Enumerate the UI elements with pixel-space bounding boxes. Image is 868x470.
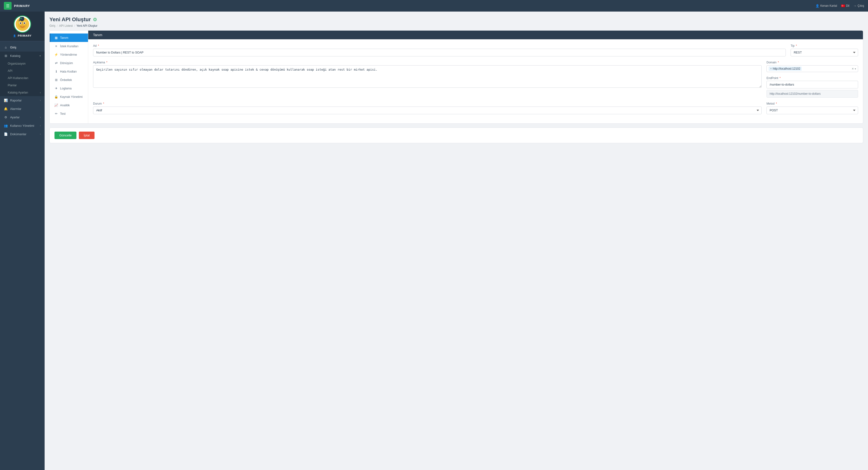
form-group-durum: Durum * Aktif Pasif — [93, 102, 762, 114]
tab-kaynak-yonetimi[interactable]: 🔒 Kaynak Yönetimi — [50, 93, 88, 101]
update-button[interactable]: Güncelle — [55, 132, 76, 139]
tab-label: İstek Kuralları — [60, 44, 79, 48]
sidebar-logo: 👤 PRIMARY — [0, 11, 44, 41]
tab-analitik[interactable]: 📈 Analitik — [50, 101, 88, 109]
required-mark: * — [105, 61, 107, 64]
sidebar-logo-text: PRIMARY — [18, 34, 32, 37]
exit-button[interactable]: Çıkış — [853, 4, 864, 8]
metod-select[interactable]: GET POST PUT DELETE PATCH — [767, 106, 858, 114]
tab-istek-kurallari[interactable]: ≡ İstek Kuralları — [50, 42, 88, 51]
lightning-icon: ⚡ — [54, 53, 58, 56]
form-group-tip: Tip * REST SOAP GraphQL — [790, 44, 858, 56]
side-tabs: ▦ Tanım ≡ İstek Kuralları ⚡ Yönlendirme … — [50, 31, 88, 123]
section-title: Tanım — [93, 33, 102, 37]
form-group-metod: Metod * GET POST PUT DELETE PATCH — [767, 102, 858, 114]
transform-icon: ⇄ — [54, 61, 58, 65]
sidebar-item-dokumanlar[interactable]: 📄 Dokümanlar › — [0, 130, 44, 138]
lock-icon: 🔒 — [54, 95, 58, 99]
sidebar-item-katalog-ayarlari[interactable]: Katalog Ayarları › — [0, 89, 44, 96]
form-group-domain: Domain * × http://localhost:12102 × — [767, 61, 858, 98]
tip-select[interactable]: REST SOAP GraphQL — [790, 49, 858, 56]
tab-label: Hata Kodları — [60, 70, 77, 73]
sidebar-item-label: Ayarlar — [10, 116, 38, 119]
sidebar-item-kullanici-yonetimi[interactable]: 👥 Kullanıcı Yönetimi › — [0, 122, 44, 130]
tab-label: Analitik — [60, 104, 70, 107]
sidebar-item-label: Giriş — [10, 46, 41, 49]
user-info[interactable]: Kenan Kartal — [815, 4, 837, 8]
aciklama-label: Açıklama * — [93, 61, 762, 64]
required-mark: * — [779, 76, 781, 80]
tab-yonlendirme[interactable]: ⚡ Yönlendirme — [50, 51, 88, 59]
main-content: Yeni API Oluştur ⚙ Giriş / API Listesi /… — [44, 11, 868, 470]
breadcrumb-giris[interactable]: Giriş — [50, 24, 56, 28]
page-title-row: Yeni API Oluştur ⚙ — [50, 17, 863, 23]
form-row-2: Açıklama * Geçirilen sayının sıfır olmay… — [93, 61, 858, 98]
chevron-down-icon[interactable]: ▾ — [855, 67, 856, 70]
chart-icon: 📊 — [4, 99, 8, 102]
tab-tanim[interactable]: ▦ Tanım — [50, 33, 88, 42]
list-icon: ≡ — [54, 44, 58, 48]
main-card: ▦ Tanım ≡ İstek Kuralları ⚡ Yönlendirme … — [50, 30, 863, 124]
breadcrumb-api-listesi[interactable]: API Listesi — [59, 24, 73, 28]
test-icon: ✏ — [54, 112, 58, 116]
grid-icon: ⊞ — [4, 54, 8, 58]
hamburger-button[interactable]: ☰ — [4, 2, 11, 10]
domain-tag-input[interactable]: × http://localhost:12102 × ▾ — [767, 65, 858, 72]
sidebar-item-planlar[interactable]: Planlar — [0, 82, 44, 89]
sidebar-item-label: Katalog Ayarları — [8, 91, 28, 94]
users-icon: 👥 — [4, 124, 8, 127]
logo-image — [15, 17, 30, 31]
sidebar-item-api-kullanicilari[interactable]: API Kullanıcıları — [0, 74, 44, 82]
sidebar-item-label: API Kullanıcıları — [8, 76, 28, 80]
tab-label: Test — [60, 112, 66, 116]
language-selector[interactable]: 🇹🇷 Dil — [841, 4, 849, 8]
durum-select[interactable]: Aktif Pasif — [93, 106, 762, 114]
tab-hata-kodlari[interactable]: ℹ Hata Kodları — [50, 67, 88, 76]
sidebar-item-raporlar[interactable]: 📊 Raporlar › — [0, 96, 44, 104]
domain-label: Domain * — [767, 61, 858, 64]
chevron-right-icon: › — [40, 99, 41, 102]
sidebar-item-ayarlar[interactable]: ⚙ Ayarlar › — [0, 113, 44, 122]
tab-onbellek[interactable]: ⊞ Önbellek — [50, 76, 88, 84]
form-section-header: Tanım — [88, 31, 863, 39]
topbar-right: Kenan Kartal 🇹🇷 Dil Çıkış — [815, 4, 864, 8]
tab-label: Kaynak Yönetimi — [60, 95, 83, 99]
form-row-3: Durum * Aktif Pasif Metod * — [93, 102, 858, 114]
tag-input-clear: × ▾ — [852, 67, 856, 71]
log-icon: ✈ — [54, 87, 58, 90]
sidebar-logo-icon: 👤 — [13, 34, 16, 37]
sidebar-item-label: API — [8, 69, 12, 72]
bottom-bar: Güncelle İptal — [50, 127, 863, 143]
tab-loglama[interactable]: ✈ Loglama — [50, 84, 88, 93]
sidebar-item-organizasyon[interactable]: Organizasyon — [0, 60, 44, 67]
clear-button[interactable]: × — [852, 67, 854, 71]
sidebar-item-alarmlar[interactable]: 🔔 Alarmlar — [0, 104, 44, 113]
endpoint-input[interactable] — [767, 81, 858, 89]
chevron-right-icon: › — [40, 116, 41, 119]
sidebar-item-api[interactable]: API — [0, 67, 44, 74]
ad-label: Ad * — [93, 44, 786, 48]
sidebar-item-katalog[interactable]: ⊞ Katalog ▾ — [0, 52, 44, 60]
metod-label: Metod * — [767, 102, 858, 105]
required-mark: * — [775, 102, 777, 105]
chevron-right-icon: › — [40, 124, 41, 127]
user-icon — [815, 4, 819, 8]
cancel-button[interactable]: İptal — [79, 132, 94, 139]
required-mark: * — [102, 102, 104, 105]
required-mark: * — [777, 61, 779, 64]
chevron-down-icon: ▾ — [39, 55, 41, 57]
tag-remove-button[interactable]: × — [770, 67, 772, 70]
tab-test[interactable]: ✏ Test — [50, 109, 88, 118]
sidebar-item-label: Kullanıcı Yönetimi — [10, 124, 38, 127]
tab-label: Önbellek — [60, 78, 72, 82]
bell-icon: 🔔 — [4, 107, 8, 111]
sidebar-item-label: Planlar — [8, 84, 17, 87]
analytics-icon: 📈 — [54, 103, 58, 107]
ad-input[interactable] — [93, 49, 786, 56]
domain-tag-value: http://localhost:12102 — [773, 67, 800, 70]
topbar-left: ☰ PRIMARY — [4, 2, 30, 10]
tab-donusum[interactable]: ⇄ Dönüşüm — [50, 59, 88, 67]
aciklama-textarea[interactable]: Geçirilen sayının sıfır olmayan dolar tu… — [93, 65, 762, 88]
sidebar-item-giris[interactable]: ⌂ Giriş — [0, 43, 44, 52]
tab-label: Dönüşüm — [60, 61, 73, 65]
